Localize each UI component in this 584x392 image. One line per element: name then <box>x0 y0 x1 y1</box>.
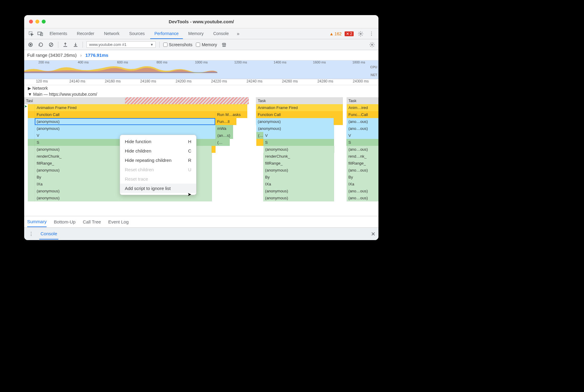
flame-task[interactable]: Task <box>256 97 343 104</box>
reload-icon[interactable] <box>37 41 44 48</box>
flame-s[interactable]: S <box>263 139 334 146</box>
menu-hide-function[interactable]: Hide functionH <box>120 137 196 146</box>
flame-anonymous-short[interactable]: (ano…ous) <box>347 188 378 194</box>
flame-v[interactable]: V <box>346 132 378 139</box>
flame-anonymous[interactable]: (anonymous) <box>35 194 212 201</box>
flame-fillrange[interactable]: fillRange_ <box>263 160 334 167</box>
performance-toolbar: www.youtube.com #1▾ Screenshots Memory <box>24 39 378 50</box>
tab-performance[interactable]: Performance <box>150 29 183 39</box>
traffic-lights <box>29 20 46 24</box>
garbage-collect-icon[interactable] <box>221 41 227 48</box>
menu-hide-repeating-children[interactable]: Hide repeating childrenR <box>120 156 196 165</box>
flame-task[interactable]: Task <box>24 97 33 104</box>
window-title: DevTools - www.youtube.com/ <box>24 19 378 24</box>
flame-anonymous-short[interactable]: (ano…ous) <box>347 194 378 201</box>
flame-renderchunk[interactable]: renderChunk_ <box>263 153 334 160</box>
flame-mwa[interactable]: mWa <box>216 125 233 132</box>
svg-point-5 <box>30 44 31 46</box>
clear-icon[interactable] <box>48 41 54 48</box>
tab-sources[interactable]: Sources <box>125 29 149 39</box>
flame-an-s[interactable]: (an…s) <box>216 132 233 139</box>
flame-v[interactable]: V <box>263 132 334 139</box>
breadcrumb-full-range[interactable]: Full range (34307.26ms) <box>27 53 76 58</box>
timeline-overview[interactable]: 200 ms 400 ms 600 ms 800 ms 1000 ms 1200… <box>24 60 378 79</box>
flame-anonymous[interactable]: (anonymous) <box>256 125 334 132</box>
errors-badge[interactable]: ✕ 2 <box>345 31 354 36</box>
svg-rect-8 <box>24 72 217 73</box>
menu-reset-children: Reset childrenU <box>120 165 196 174</box>
flame-anonymous-short[interactable]: (ano…ous) <box>346 125 378 132</box>
tab-call-tree[interactable]: Call Tree <box>83 217 101 227</box>
flame-renderchunk-short[interactable]: rend…nk_ <box>347 153 378 160</box>
more-tabs-icon[interactable]: » <box>234 30 242 38</box>
flame-anonymous-short[interactable]: (ano…ous) <box>347 167 378 174</box>
flame-anonymous[interactable]: (anonymous) <box>256 118 334 125</box>
maximize-window-button[interactable] <box>42 20 46 24</box>
flame-ixa[interactable]: IXa <box>263 181 334 188</box>
flame-ixa[interactable]: IXa <box>347 181 378 188</box>
flame-aff[interactable]: Animation Frame Fired <box>256 104 343 111</box>
flame-function-call[interactable]: Function Call <box>256 111 343 118</box>
tab-console[interactable]: Console <box>209 29 233 39</box>
close-drawer-icon[interactable]: ✕ <box>371 231 375 237</box>
minimize-window-button[interactable] <box>35 20 39 24</box>
flame-function-call[interactable]: Function Call <box>35 111 215 118</box>
upload-icon[interactable] <box>62 41 69 48</box>
network-track-header[interactable]: ▶Network <box>24 85 378 91</box>
flame-fillrange[interactable]: fillRange_ <box>347 160 378 167</box>
tab-recorder[interactable]: Recorder <box>73 29 99 39</box>
flame-anonymous[interactable]: (anonymous) <box>263 194 334 201</box>
collapse-icon: ▼ <box>28 92 32 97</box>
flame-anonymous-short[interactable]: (ano…ous) <box>347 118 378 125</box>
kebab-menu-icon[interactable]: ⋮ <box>368 30 375 38</box>
memory-checkbox[interactable]: Memory <box>196 42 217 47</box>
flame-aff-short[interactable]: Anim…ired <box>347 104 378 111</box>
flame-chart[interactable]: Task Task Task ➤ Animation Frame Fired A… <box>24 97 378 201</box>
tab-network[interactable]: Network <box>100 29 124 39</box>
flame-s[interactable]: S <box>346 139 378 146</box>
flame-run-microtasks[interactable]: Run M…asks <box>215 111 247 118</box>
tab-bottom-up[interactable]: Bottom-Up <box>54 217 76 227</box>
flame-ruler: 120 ms 24140 ms 24160 ms 24180 ms 24200 … <box>24 79 378 85</box>
menu-hide-children[interactable]: Hide childrenC <box>120 146 196 156</box>
tab-memory[interactable]: Memory <box>184 29 208 39</box>
capture-settings-icon[interactable] <box>369 41 375 48</box>
tab-summary[interactable]: Summary <box>27 217 47 227</box>
flame-task[interactable]: Task <box>347 97 378 104</box>
flame-anonymous[interactable]: (anonymous) <box>35 125 216 132</box>
flame-anonymous[interactable]: (anonymous) <box>264 146 334 153</box>
flame-anonymous[interactable]: (anonymous) <box>263 167 334 174</box>
flame-by[interactable]: By <box>347 174 378 181</box>
expand-icon: ▶ <box>28 86 31 91</box>
flame-paren[interactable]: (… <box>256 132 263 139</box>
flame-fun-ll[interactable]: Fun…ll <box>215 118 236 125</box>
main-track-header[interactable]: ▼Main — https://www.youtube.com/ <box>24 91 378 97</box>
menu-add-ignore-list[interactable]: Add script to ignore list <box>120 184 196 193</box>
device-icon[interactable] <box>36 30 44 38</box>
chevron-right-icon: › <box>80 53 82 58</box>
flame-by[interactable]: By <box>263 174 334 181</box>
flame-anonymous-short[interactable]: (ano…ous) <box>347 146 378 153</box>
flame-aff[interactable]: Animation Frame Fired <box>35 104 247 111</box>
flame-anonymous[interactable]: (anonymous) <box>263 188 334 194</box>
drawer-menu-icon[interactable]: ⋮ <box>27 230 35 238</box>
details-tabs: Summary Bottom-Up Call Tree Event Log <box>24 216 378 227</box>
record-icon[interactable] <box>27 41 34 48</box>
drawer-console-tab[interactable]: Console <box>39 228 58 239</box>
recording-dropdown[interactable]: www.youtube.com #1▾ <box>86 41 156 48</box>
menu-reset-trace: Reset trace <box>120 174 196 184</box>
inspect-icon[interactable] <box>27 30 35 38</box>
flame-function-call-short[interactable]: Func…Call <box>347 111 378 118</box>
flame-paren[interactable]: (… <box>216 139 230 146</box>
breadcrumb-current[interactable]: 1776.91ms <box>85 53 108 58</box>
tab-elements[interactable]: Elements <box>45 29 71 39</box>
settings-icon[interactable] <box>357 30 365 38</box>
context-menu: Hide functionH Hide childrenC Hide repea… <box>120 135 196 195</box>
screenshots-checkbox[interactable]: Screenshots <box>163 42 193 47</box>
close-window-button[interactable] <box>29 20 33 24</box>
warnings-badge[interactable]: ▲ 162 <box>329 31 342 36</box>
download-icon[interactable] <box>72 41 79 48</box>
breadcrumb: Full range (34307.26ms) › 1776.91ms <box>24 50 378 60</box>
tab-event-log[interactable]: Event Log <box>108 217 129 227</box>
flame-anonymous-selected[interactable]: (anonymous) <box>35 118 215 125</box>
